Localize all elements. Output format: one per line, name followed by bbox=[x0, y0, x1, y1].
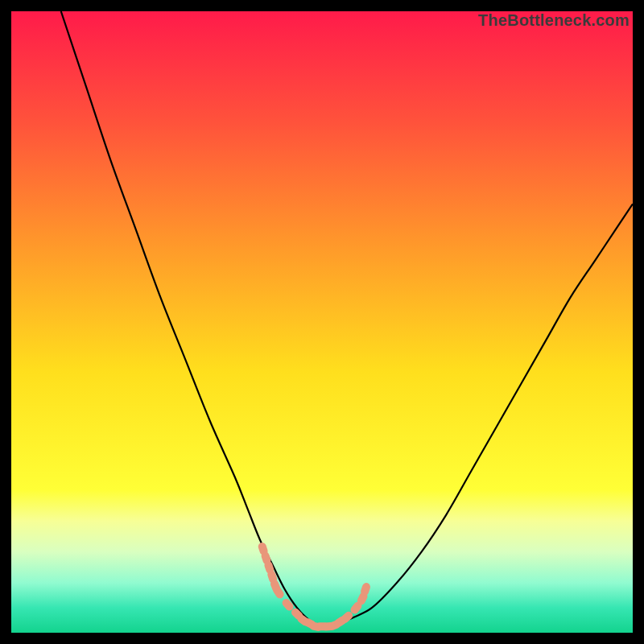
chart-frame: TheBottleneck.com bbox=[0, 0, 644, 644]
gradient-background bbox=[11, 11, 633, 633]
plot-area bbox=[11, 11, 633, 633]
chart-svg bbox=[11, 11, 633, 633]
